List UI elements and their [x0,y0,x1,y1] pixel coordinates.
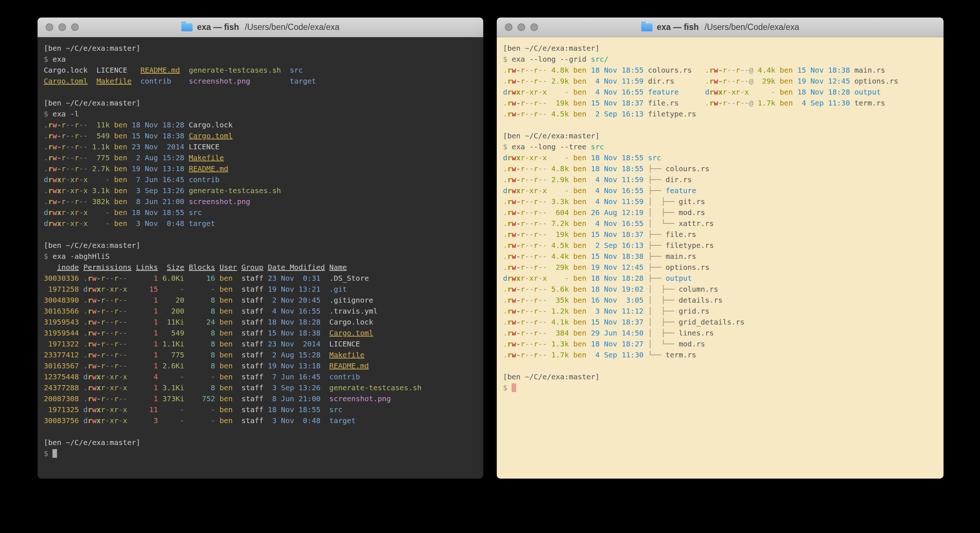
terminal-line: 31959544 .rw-r--r-- 1 549 8 ben staff 15… [44,327,477,338]
permission-char: - [57,197,61,206]
text-segment: ├── [648,241,665,250]
titlebar[interactable]: exa — fish /Users/ben/Code/exa/exa [497,18,943,37]
permission-char: r [88,329,92,337]
text-segment [569,66,573,75]
permission-char: . [503,197,508,206]
text-segment: ben [114,131,127,140]
text-segment [325,351,329,359]
text-segment: $ [503,142,512,151]
text-segment [850,99,854,107]
terminal-line: drwxr-xr-x - ben 7 Jun 16:45 contrib [44,174,477,185]
permission-char: - [538,88,542,96]
permission-char: - [516,329,520,337]
permission-char: - [745,77,749,85]
text-segment [643,263,648,271]
text-segment: ben [220,394,237,403]
permission-char: d [503,153,508,162]
text-segment: 26 Aug 12:19 [591,208,644,217]
text-segment [325,394,329,403]
text-segment: ben [220,340,237,348]
text-segment: 1.2k [552,306,569,315]
text-segment: column.rs [679,285,718,294]
text-segment [184,285,189,294]
permission-char: r [88,383,92,392]
permission-char: - [70,142,75,151]
permission-char: - [740,99,745,107]
text-segment: - [758,88,775,96]
text-segment: 1 [136,318,158,326]
permission-char: r [88,274,92,282]
permission-char: . [503,77,508,85]
text-segment: 18 Nov 18:28 [797,88,850,96]
text-segment [587,263,591,271]
text-segment [643,77,648,85]
terminal-line: 30048390 .rw-r--r-- 1 20 8 ben staff 2 N… [44,295,477,306]
text-segment: 1 [136,296,158,305]
text-segment: file.rs [666,230,696,239]
text-segment [127,383,136,392]
text-segment [250,77,290,85]
permission-char: r [722,99,727,107]
permission-char: w [512,66,516,75]
text-segment: 15 [136,285,158,294]
terminal-output[interactable]: [ben ~/C/e/exa:master]$ exaCargo.lock LI… [38,37,483,479]
permission-char: x [83,186,88,195]
text-segment: 29 Jun 14:50 [591,329,644,337]
text-segment: └── [648,351,665,359]
permission-char: x [83,219,88,228]
permission-char: r [520,153,525,162]
text-segment: 1.1Ki [162,340,184,348]
permission-char: - [718,77,722,85]
text-segment: target [189,219,215,228]
terminal-line: .rw-r--r-- 3.3k ben 4 Nov 11:59 │ ├── gi… [503,196,937,207]
permission-char: r [508,263,512,271]
text-segment: 1 [136,274,158,282]
text-segment [263,285,268,294]
text-segment: $ [44,252,52,261]
text-segment: 29k [552,263,569,271]
permission-char: - [70,153,75,162]
terminal-line: .rw-r--r-- 1.3k ben 18 Nov 18:27 │ └── m… [503,338,937,349]
terminal-line: .rw-r--r-- 2.9k ben 4 Nov 11:59 ├── dir.… [503,174,937,185]
text-segment: inode [57,263,79,271]
text-segment: ben [573,164,587,173]
permission-char: w [512,175,516,184]
permission-char: . [503,219,508,228]
text-segment: 19 Nov 12:45 [797,77,850,85]
permission-char: x [745,88,749,96]
text-segment: - [552,88,569,96]
text-segment: 15 Nov 18:37 [591,99,644,107]
text-segment [749,88,757,96]
permission-char: r [114,405,119,414]
text-segment [158,263,167,271]
text-segment: 35k [552,296,569,305]
text-segment: 7.2k [552,219,569,228]
text-segment [643,110,648,118]
terminal-output[interactable]: [ben ~/C/e/exa:master]$ exa --long --gri… [497,37,943,479]
text-segment: Name [329,263,347,271]
text-segment: git.rs [679,197,705,206]
text-segment: ├── [648,274,665,282]
text-segment [643,175,648,184]
text-segment: 19k [552,230,569,239]
permission-char: r [520,329,525,337]
titlebar[interactable]: exa — fish /Users/ben/Code/exa/exa [38,18,483,37]
permission-char: - [105,351,110,359]
text-segment [587,110,591,118]
text-segment [110,197,114,206]
text-segment [325,318,329,326]
text-segment: 2.9k [552,175,569,184]
text-segment: 4 Sep 11:30 [797,99,850,107]
permission-char: r [520,164,525,173]
permission-char: r [48,219,52,228]
permission-char: x [516,274,520,282]
text-segment: Cargo.lock [189,120,232,129]
permission-char: - [727,66,731,75]
text-segment: - [92,219,110,228]
permission-char: w [92,329,96,337]
text-segment: 1 [136,306,158,315]
permission-char: - [538,175,542,184]
text-segment [643,153,648,162]
text-segment: 1.7k [552,351,569,359]
text-segment [215,274,220,282]
